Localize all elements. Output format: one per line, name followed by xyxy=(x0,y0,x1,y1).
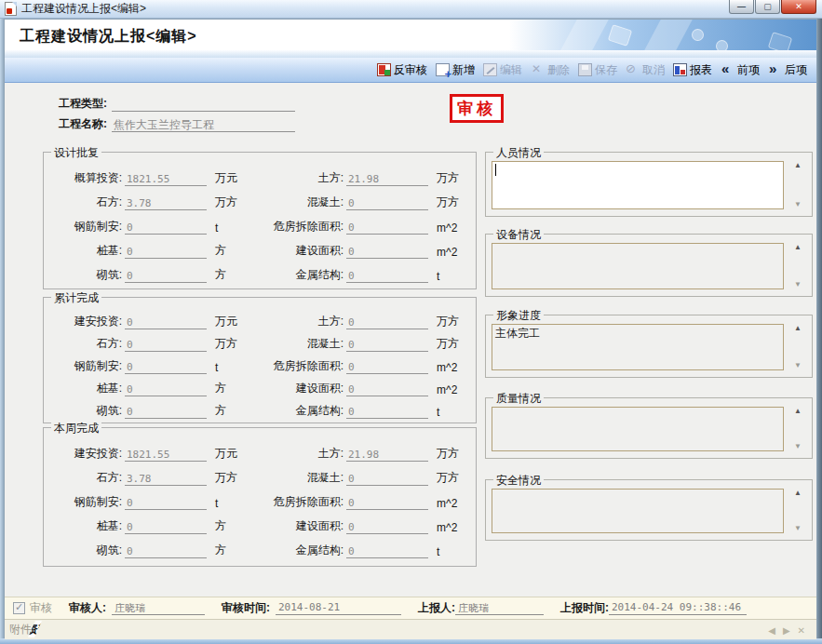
cancel-button: 取消 xyxy=(626,62,665,78)
close-button[interactable]: ✕ xyxy=(781,0,816,14)
title-bar: 工程建设情况上报<编辑> —▢✕ xyxy=(0,0,822,19)
scroll-down-icon[interactable]: ▼ xyxy=(794,525,802,532)
field-input[interactable]: 1821.55 xyxy=(125,449,207,462)
scroll-down-icon[interactable]: ▼ xyxy=(794,443,802,450)
panel-progress-image-textarea[interactable]: 主体完工 xyxy=(492,324,784,370)
field-input[interactable]: 0 xyxy=(346,197,428,210)
field-input[interactable]: 0 xyxy=(125,406,207,419)
panel-personnel-scroll: ▲▼ xyxy=(791,162,804,208)
panel-progress-image-title: 形象进度 xyxy=(493,308,544,324)
audit-time-input[interactable]: 2014-08-21 xyxy=(276,601,401,615)
maximize-button[interactable]: ▢ xyxy=(755,0,780,14)
field-label: 钢筋制安: xyxy=(49,358,122,374)
field-input[interactable]: 0 xyxy=(346,406,428,419)
window-title: 工程建设情况上报<编辑> xyxy=(21,1,146,17)
reporter-label: 上报人: xyxy=(418,600,455,616)
group-cumulative-completed-title: 累计完成 xyxy=(51,290,101,306)
add-new-button[interactable]: 新增 xyxy=(436,62,475,78)
panel-equipment-textarea[interactable] xyxy=(492,243,784,289)
field-label: 混凝土: xyxy=(247,470,344,486)
report-time-input[interactable]: 2014-04-24 09::38::46 xyxy=(609,601,747,615)
field-unit: 万元 xyxy=(215,446,237,462)
field-input[interactable]: 0 xyxy=(346,339,428,352)
panel-personnel-textarea[interactable] xyxy=(492,161,784,209)
header-gradient-strip xyxy=(5,50,816,58)
report-button-label: 报表 xyxy=(690,62,712,78)
scroll-up-icon[interactable]: ▲ xyxy=(794,490,802,497)
audit-checkbox[interactable] xyxy=(13,602,25,614)
panel-safety-title: 安全情况 xyxy=(493,473,544,489)
field-input[interactable]: 3.78 xyxy=(125,197,207,210)
field-input[interactable]: 0 xyxy=(125,383,207,396)
scroll-down-icon[interactable]: ▼ xyxy=(794,362,802,369)
field-unit: 万方 xyxy=(437,314,459,329)
scroll-up-icon[interactable]: ▲ xyxy=(794,408,802,415)
field-label: 概算投资: xyxy=(49,170,122,186)
field-input[interactable]: 0 xyxy=(125,545,207,558)
field-unit: 方 xyxy=(215,267,226,283)
project-type-input[interactable] xyxy=(112,97,295,112)
panel-quality-textarea[interactable] xyxy=(492,407,784,451)
field-unit: 万方 xyxy=(437,195,459,210)
field-input[interactable]: 0 xyxy=(346,246,428,259)
field-input[interactable]: 21.98 xyxy=(346,173,428,186)
field-input[interactable]: 0 xyxy=(346,221,428,235)
field-input[interactable]: 0 xyxy=(346,497,428,510)
auditor-input[interactable]: 庄晓瑞 xyxy=(112,601,205,615)
field-input[interactable]: 0 xyxy=(125,339,207,352)
field-input[interactable]: 0 xyxy=(346,545,428,558)
scroll-down-icon[interactable]: ▼ xyxy=(794,281,802,288)
scroll-left-icon[interactable]: ◀ xyxy=(768,625,775,636)
report-button[interactable]: 报表 xyxy=(673,62,712,78)
minimize-icon: — xyxy=(737,2,746,11)
field-unit: t xyxy=(215,221,218,235)
field-input[interactable]: 0 xyxy=(346,270,428,283)
field-input[interactable]: 21.98 xyxy=(346,449,428,462)
status-bar: 审核 审核人: 庄晓瑞 审核时间: 2014-08-21 上报人: 庄晓瑞 上报… xyxy=(5,597,816,619)
field-unit: m^2 xyxy=(437,383,457,396)
header-band: 工程建设情况上报<编辑> xyxy=(5,20,816,50)
field-input[interactable]: 0 xyxy=(125,221,207,235)
panel-safety-textarea[interactable] xyxy=(492,489,784,533)
field-row: 砌筑:0方 xyxy=(49,259,247,283)
next-item-button[interactable]: 后项 xyxy=(768,62,807,78)
scroll-down-icon[interactable]: ▼ xyxy=(794,201,802,208)
field-label: 钢筋制安: xyxy=(49,494,122,510)
field-input[interactable]: 0 xyxy=(346,521,428,534)
scroll-up-icon[interactable]: ▲ xyxy=(794,162,802,169)
next-item-button-label: 后项 xyxy=(785,62,807,78)
field-row: 建设面积:0m^2 xyxy=(247,235,459,259)
field-input[interactable]: 0 xyxy=(346,361,428,374)
scroll-right-icon[interactable]: ▶ xyxy=(783,625,790,636)
close-tab-icon[interactable]: ✕ xyxy=(798,625,805,636)
field-input[interactable]: 0 xyxy=(346,383,428,396)
field-input[interactable]: 1821.55 xyxy=(125,173,207,186)
field-input[interactable]: 0 xyxy=(125,361,207,374)
scroll-up-icon[interactable]: ▲ xyxy=(794,244,802,251)
field-unit: 万方 xyxy=(215,336,237,352)
field-input[interactable]: 0 xyxy=(346,316,428,329)
field-label: 土方: xyxy=(247,170,344,186)
cancel-button-label: 取消 xyxy=(642,62,665,78)
anti-audit-button[interactable]: 反审核 xyxy=(377,62,427,78)
field-input[interactable]: 0 xyxy=(125,521,207,534)
auditor-label: 审核人: xyxy=(69,600,106,616)
scroll-up-icon[interactable]: ▲ xyxy=(794,325,802,332)
project-name-input[interactable]: 焦作大玉兰控导工程 xyxy=(112,117,295,132)
field-row: 金属结构:0t xyxy=(247,534,459,558)
minimize-button[interactable]: — xyxy=(729,0,754,14)
field-input[interactable]: 0 xyxy=(125,270,207,283)
field-input[interactable]: 3.78 xyxy=(125,473,207,486)
field-unit: 万方 xyxy=(437,170,459,186)
prev-icon xyxy=(721,63,734,76)
field-row: 建设面积:0m^2 xyxy=(247,374,459,396)
reporter-input[interactable]: 庄晓瑞 xyxy=(455,601,544,615)
prev-item-button[interactable]: 前项 xyxy=(721,62,760,78)
edit-button: 编辑 xyxy=(483,62,522,78)
field-unit: 万元 xyxy=(215,170,237,186)
field-input[interactable]: 0 xyxy=(125,246,207,259)
field-input[interactable]: 0 xyxy=(346,473,428,486)
field-row: 土方:0万方 xyxy=(247,307,459,329)
field-input[interactable]: 0 xyxy=(125,316,207,329)
field-input[interactable]: 0 xyxy=(125,497,207,510)
